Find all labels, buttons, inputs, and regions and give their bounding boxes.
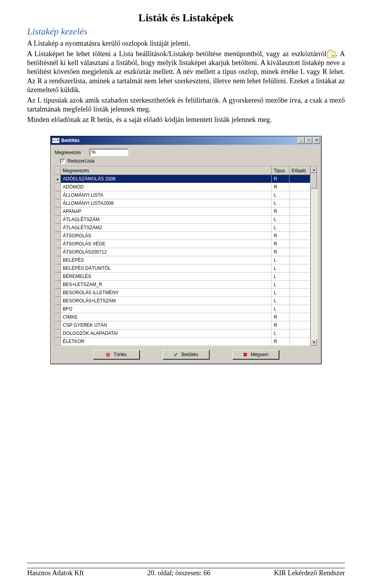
cell-megnevezes[interactable]: ÁLLOMÁNYI LISTA bbox=[61, 191, 272, 199]
cell-tipus[interactable]: L bbox=[272, 199, 289, 207]
system-list-checkbox[interactable] bbox=[60, 159, 65, 164]
cell-tipus[interactable]: R bbox=[272, 183, 289, 191]
table-row[interactable]: ADÓELSZÁMOLÁS 2008R bbox=[55, 175, 310, 183]
list-grid[interactable]: Megnevezés Tipus Előadó ADÓELSZÁMOLÁS 20… bbox=[55, 166, 310, 346]
table-row[interactable]: ÁTSOROLÁSR bbox=[55, 232, 310, 240]
cell-megnevezes[interactable]: BÉREMELÉS bbox=[61, 273, 272, 281]
table-row[interactable]: BES+LETSZAM_RL bbox=[55, 281, 310, 289]
table-row[interactable]: BELÉPÉS DÁTUMTÓLL bbox=[55, 264, 310, 273]
cell-tipus[interactable]: L bbox=[272, 256, 289, 264]
cell-tipus[interactable]: L bbox=[272, 281, 289, 289]
cell-tipus[interactable]: R bbox=[272, 175, 289, 183]
cell-megnevezes[interactable]: ÁTSOROLÁS VÉGE bbox=[61, 240, 272, 248]
table-row[interactable]: ÁTLAGLÉTSZÁM2L bbox=[55, 224, 310, 232]
cell-eloado[interactable] bbox=[289, 224, 310, 232]
maximize-button[interactable]: □ bbox=[305, 137, 312, 144]
cell-megnevezes[interactable]: CSP GYEREK UTÁN bbox=[61, 321, 272, 329]
cell-megnevezes[interactable]: BESOROLÁS+LÉTSZÁM bbox=[61, 297, 272, 305]
cell-eloado[interactable] bbox=[289, 273, 310, 281]
cell-megnevezes[interactable]: ÁTSOROLÁS200712 bbox=[61, 248, 272, 256]
cell-eloado[interactable] bbox=[289, 313, 310, 321]
cell-megnevezes[interactable]: ÉLETKOR bbox=[61, 338, 272, 346]
cell-tipus[interactable]: R bbox=[272, 232, 289, 240]
cell-eloado[interactable] bbox=[289, 305, 310, 313]
vertical-scrollbar[interactable]: ▲ ▼ bbox=[310, 166, 317, 346]
cell-tipus[interactable]: R bbox=[272, 207, 289, 216]
table-row[interactable]: ÁTSOROLÁS VÉGER bbox=[55, 240, 310, 248]
minimize-button[interactable]: _ bbox=[298, 137, 305, 144]
cell-megnevezes[interactable]: BELÉPÉS bbox=[61, 256, 272, 264]
cell-megnevezes[interactable]: ÁLLOMÁNYI LISTA2008 bbox=[61, 199, 272, 207]
cancel-button[interactable]: ✖ Mégsem bbox=[232, 350, 279, 359]
cell-eloado[interactable] bbox=[289, 183, 310, 191]
table-row[interactable]: BÉREMELÉSL bbox=[55, 273, 310, 281]
cell-eloado[interactable] bbox=[289, 321, 310, 329]
delete-button[interactable]: ⊘ Törlés bbox=[93, 350, 140, 359]
cell-megnevezes[interactable]: ÁTLAGLÉTSZÁM2 bbox=[61, 224, 272, 232]
col-header-tipus[interactable]: Tipus bbox=[272, 167, 289, 175]
cell-tipus[interactable]: L bbox=[272, 305, 289, 313]
scroll-down-icon[interactable]: ▼ bbox=[311, 339, 317, 346]
table-row[interactable]: ÉLETKORR bbox=[55, 338, 310, 346]
table-row[interactable]: CIMKER bbox=[55, 313, 310, 321]
cell-megnevezes[interactable]: ADÓMÓD bbox=[61, 183, 272, 191]
load-button[interactable]: ✔ Betöltés bbox=[163, 350, 209, 359]
cell-eloado[interactable] bbox=[289, 329, 310, 338]
cell-eloado[interactable] bbox=[289, 232, 310, 240]
cell-tipus[interactable]: L bbox=[272, 216, 289, 224]
table-row[interactable]: CSP GYEREK UTÁNR bbox=[55, 321, 310, 329]
cell-tipus[interactable]: L bbox=[272, 191, 289, 199]
cell-tipus[interactable]: L bbox=[272, 289, 289, 297]
table-row[interactable]: ÁTLAGLÉTSZÁML bbox=[55, 216, 310, 224]
cell-eloado[interactable] bbox=[289, 338, 310, 346]
cell-tipus[interactable]: R bbox=[272, 313, 289, 321]
cell-tipus[interactable]: R bbox=[272, 240, 289, 248]
cell-megnevezes[interactable]: BFO bbox=[61, 305, 272, 313]
table-row[interactable]: BESOROLÁS+LÉTSZÁML bbox=[55, 297, 310, 305]
close-button[interactable]: ✕ bbox=[313, 137, 320, 144]
cell-eloado[interactable] bbox=[289, 281, 310, 289]
table-row[interactable]: BFOL bbox=[55, 305, 310, 313]
cell-tipus[interactable]: L bbox=[272, 264, 289, 273]
table-row[interactable]: ÁTSOROLÁS200712R bbox=[55, 248, 310, 256]
col-header-eloado[interactable]: Előadó bbox=[289, 167, 310, 175]
table-row[interactable]: ÁLLOMÁNYI LISTA2008L bbox=[55, 199, 310, 207]
cell-megnevezes[interactable]: BELÉPÉS DÁTUMTÓL bbox=[61, 264, 272, 273]
cell-megnevezes[interactable]: BESOROLÁS ILLETMÉNY bbox=[61, 289, 272, 297]
cell-tipus[interactable]: R bbox=[272, 321, 289, 329]
cell-eloado[interactable] bbox=[289, 297, 310, 305]
cell-megnevezes[interactable]: APANAP bbox=[61, 207, 272, 216]
cell-tipus[interactable]: L bbox=[272, 273, 289, 281]
search-input[interactable]: % bbox=[90, 149, 128, 156]
cell-eloado[interactable] bbox=[289, 199, 310, 207]
cell-eloado[interactable] bbox=[289, 256, 310, 264]
table-row[interactable]: BESOROLÁS ILLETMÉNYL bbox=[55, 289, 310, 297]
cell-eloado[interactable] bbox=[289, 289, 310, 297]
table-row[interactable]: APANAPR bbox=[55, 207, 310, 216]
cell-tipus[interactable]: R bbox=[272, 248, 289, 256]
cell-eloado[interactable] bbox=[289, 207, 310, 216]
table-row[interactable]: DOLGOZÓK ALAPADATAIL bbox=[55, 329, 310, 338]
cell-tipus[interactable]: L bbox=[272, 224, 289, 232]
cell-megnevezes[interactable]: ADÓELSZÁMOLÁS 2008 bbox=[61, 175, 272, 183]
cell-tipus[interactable]: L bbox=[272, 297, 289, 305]
cell-megnevezes[interactable]: BES+LETSZAM_R bbox=[61, 281, 272, 289]
table-row[interactable]: ÁLLOMÁNYI LISTAL bbox=[55, 191, 310, 199]
col-header-megnevezes[interactable]: Megnevezés bbox=[61, 167, 272, 175]
cell-megnevezes[interactable]: ÁTSOROLÁS bbox=[61, 232, 272, 240]
scroll-up-icon[interactable]: ▲ bbox=[311, 166, 317, 173]
cell-tipus[interactable]: L bbox=[272, 329, 289, 338]
titlebar[interactable]: KLR Betöltés _ □ ✕ bbox=[51, 136, 321, 145]
cell-eloado[interactable] bbox=[289, 240, 310, 248]
cell-eloado[interactable] bbox=[289, 191, 310, 199]
cell-tipus[interactable]: R bbox=[272, 338, 289, 346]
table-row[interactable]: BELÉPÉSL bbox=[55, 256, 310, 264]
cell-eloado[interactable] bbox=[289, 216, 310, 224]
cell-eloado[interactable] bbox=[289, 248, 310, 256]
scroll-thumb[interactable] bbox=[311, 173, 317, 189]
cell-eloado[interactable] bbox=[289, 175, 310, 183]
cell-megnevezes[interactable]: DOLGOZÓK ALAPADATAI bbox=[61, 329, 272, 338]
cell-eloado[interactable] bbox=[289, 264, 310, 273]
table-row[interactable]: ADÓMÓDR bbox=[55, 183, 310, 191]
scroll-track[interactable] bbox=[311, 173, 317, 339]
